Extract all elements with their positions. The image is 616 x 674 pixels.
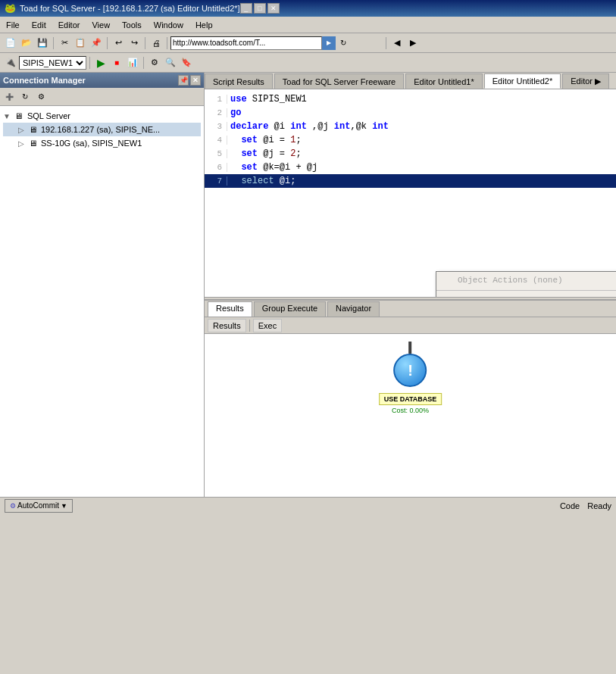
conn-add-btn[interactable]: ➕ bbox=[2, 90, 17, 104]
minimize-button[interactable]: _ bbox=[240, 3, 252, 14]
connection-tree: ▼ 🖥 SQL Server ▷ 🖥 192.168.1.227 (sa), S… bbox=[0, 106, 204, 497]
conn-settings-btn[interactable]: ⚙ bbox=[33, 90, 48, 104]
panel-close-btn[interactable]: ✕ bbox=[190, 75, 201, 86]
status-ready: Ready bbox=[587, 501, 611, 510]
print-btn[interactable]: 🖨 bbox=[149, 36, 164, 50]
server1-icon: 🖥 bbox=[27, 123, 39, 136]
save-button[interactable]: 💾 bbox=[35, 36, 50, 50]
code-line-6: 6 set @k=@i + @j bbox=[205, 161, 616, 174]
menu-tools[interactable]: Tools bbox=[116, 19, 148, 31]
code-editor[interactable]: 1 use SIPIS_NEW1 2 go 3 declare @i int ,… bbox=[205, 89, 616, 297]
autocommit-button[interactable]: ⚙ AutoCommit ▼ bbox=[5, 499, 73, 513]
sep3 bbox=[145, 37, 145, 49]
copy-btn[interactable]: 📋 bbox=[73, 36, 88, 50]
refresh-btn[interactable]: ↻ bbox=[336, 36, 351, 50]
close-button[interactable]: ✕ bbox=[267, 3, 280, 14]
go-button[interactable]: ▶ bbox=[322, 36, 336, 50]
conn-panel-title: Connection Manager bbox=[3, 76, 86, 85]
tree-item-sqlserver[interactable]: ▼ 🖥 SQL Server bbox=[3, 109, 201, 123]
connection-manager-panel: Connection Manager 📌 ✕ ➕ ↻ ⚙ ▼ 🖥 SQL Ser… bbox=[0, 73, 205, 497]
menu-view[interactable]: View bbox=[86, 19, 116, 31]
object-actions-icon bbox=[441, 274, 455, 286]
maximize-button[interactable]: □ bbox=[254, 3, 266, 14]
undo-btn[interactable]: ↩ bbox=[111, 36, 126, 50]
plan-line-top bbox=[408, 342, 411, 354]
result-toolbar-sep bbox=[249, 320, 250, 332]
url-input[interactable] bbox=[170, 36, 322, 50]
conn-panel-toolbar: ➕ ↻ ⚙ bbox=[0, 88, 204, 106]
toolbar-db: 🔌 SIPIS_NEW1 ▶ ■ 📊 ⚙ 🔍 🔖 bbox=[0, 53, 616, 73]
autocommit-arrow: ▼ bbox=[61, 502, 67, 510]
ctx-object-actions[interactable]: Object Actions (none) ▶ bbox=[436, 272, 616, 289]
connect-btn[interactable]: 🔌 bbox=[3, 56, 18, 70]
code-line-7: 7 select @i; bbox=[205, 174, 616, 188]
new-button[interactable]: 📄 bbox=[3, 36, 18, 50]
status-code: Code bbox=[560, 501, 580, 510]
server2-label: SS-10G (sa), SIPIS_NEW1 bbox=[41, 139, 142, 148]
menu-bar: File Edit Editor View Tools Window Help bbox=[0, 17, 616, 33]
sep6 bbox=[89, 57, 90, 69]
window-controls: _ □ ✕ bbox=[240, 3, 280, 14]
status-bar: ⚙ AutoCommit ▼ Code Ready bbox=[0, 497, 616, 513]
sep4 bbox=[167, 37, 167, 49]
connection-dropdown[interactable]: SIPIS_NEW1 bbox=[19, 56, 86, 70]
tab-editor1[interactable]: Editor Untitled1* bbox=[405, 73, 483, 89]
sep2 bbox=[107, 37, 108, 49]
menu-window[interactable]: Window bbox=[148, 19, 189, 31]
conn-refresh-btn[interactable]: ↻ bbox=[17, 90, 33, 104]
menu-edit[interactable]: Edit bbox=[26, 19, 52, 31]
code-line-4: 4 set @i = 1; bbox=[205, 133, 616, 147]
execute-btn[interactable]: ▶ bbox=[93, 56, 108, 70]
paste-btn[interactable]: 📌 bbox=[89, 36, 104, 50]
format-btn[interactable]: ⚙ bbox=[147, 56, 162, 70]
bottom-content: Results Exec ! USE DATABASE Cost: 0.00% bbox=[205, 317, 616, 497]
tab-group-execute[interactable]: Group Execute bbox=[254, 301, 326, 317]
menu-editor[interactable]: Editor bbox=[52, 19, 86, 31]
plan-node-label: USE DATABASE bbox=[379, 393, 442, 405]
bookmark-btn[interactable]: 🔖 bbox=[179, 56, 194, 70]
plan-node-icon: ! bbox=[393, 354, 427, 387]
tab-script-results[interactable]: Script Results bbox=[205, 73, 273, 89]
tab-editor2[interactable]: Editor Untitled2* bbox=[484, 73, 561, 89]
tree-item-server1[interactable]: ▷ 🖥 192.168.1.227 (sa), SIPIS_NE... bbox=[3, 123, 201, 136]
ctx-undo[interactable]: ↩ Undo bbox=[436, 292, 616, 297]
cut-btn[interactable]: ✂ bbox=[57, 36, 72, 50]
code-line-2: 2 go bbox=[205, 106, 616, 120]
result-toolbar: Results Exec bbox=[205, 317, 616, 334]
menu-file[interactable]: File bbox=[0, 19, 26, 31]
code-line-1: 1 use SIPIS_NEW1 bbox=[205, 92, 616, 106]
code-line-3: 3 declare @i int ,@j int,@k int bbox=[205, 120, 616, 133]
explain-btn[interactable]: 📊 bbox=[125, 56, 140, 70]
tree-item-server2[interactable]: ▷ 🖥 SS-10G (sa), SIPIS_NEW1 bbox=[3, 136, 201, 150]
server1-label: 192.168.1.227 (sa), SIPIS_NE... bbox=[41, 125, 160, 134]
forward-btn[interactable]: ▶ bbox=[405, 36, 421, 50]
address-bar: ▶ ↻ bbox=[170, 36, 383, 50]
result-label-results: Results bbox=[208, 319, 246, 332]
tab-results[interactable]: Results bbox=[208, 301, 252, 317]
query-plan: ! USE DATABASE Cost: 0.00% bbox=[379, 342, 442, 414]
conn-panel-header: Connection Manager 📌 ✕ bbox=[0, 73, 204, 88]
sep-1 bbox=[436, 290, 616, 291]
toolbar-main: 📄 📂 💾 ✂ 📋 📌 ↩ ↪ 🖨 ▶ ↻ ◀ ▶ bbox=[0, 33, 616, 53]
stop-btn[interactable]: ■ bbox=[109, 56, 124, 70]
server2-icon: 🖥 bbox=[27, 137, 39, 149]
context-menu: Object Actions (none) ▶ ↩ Undo ↪ Redo bbox=[436, 271, 616, 297]
app-icon: 🐸 bbox=[5, 3, 16, 14]
sep1 bbox=[53, 37, 54, 49]
sqlserver-label: SQL Server bbox=[27, 111, 70, 120]
redo-btn[interactable]: ↪ bbox=[127, 36, 142, 50]
title-bar: 🐸 Toad for SQL Server - [192.168.1.227 (… bbox=[0, 0, 616, 17]
tab-navigator[interactable]: Navigator bbox=[327, 301, 380, 317]
open-button[interactable]: 📂 bbox=[19, 36, 34, 50]
tab-freeware[interactable]: Toad for SQL Server Freeware bbox=[274, 73, 404, 89]
panel-pin-btn[interactable]: 📌 bbox=[178, 75, 189, 86]
menu-help[interactable]: Help bbox=[189, 19, 219, 31]
title-bar-text: Toad for SQL Server - [192.168.1.227 (sa… bbox=[20, 4, 240, 13]
plan-node-container: ! USE DATABASE Cost: 0.00% bbox=[379, 354, 442, 414]
main-layout: Connection Manager 📌 ✕ ➕ ↻ ⚙ ▼ 🖥 SQL Ser… bbox=[0, 73, 616, 497]
find-btn[interactable]: 🔍 bbox=[163, 56, 178, 70]
tab-overflow[interactable]: Editor ▶ bbox=[562, 73, 609, 89]
sep5 bbox=[386, 37, 386, 49]
back-btn[interactable]: ◀ bbox=[389, 36, 405, 50]
bottom-area: Results Group Execute Navigator Results … bbox=[205, 300, 616, 497]
